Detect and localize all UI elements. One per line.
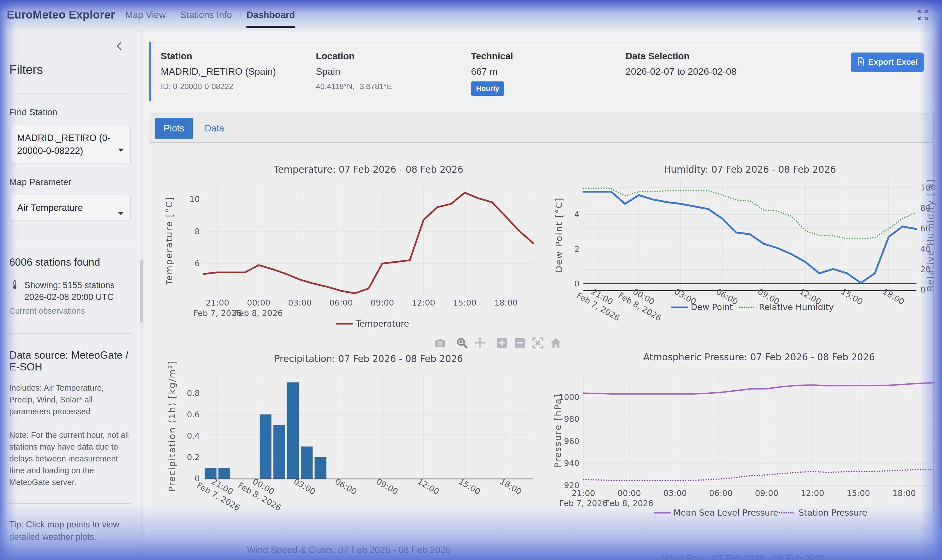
- station-label: Station: [161, 51, 276, 62]
- thermometer-icon: [9, 280, 20, 303]
- precipitation-chart[interactable]: 00.20.40.60.8Precipitation (1h) [kg/m²]2…: [158, 349, 540, 545]
- svg-text:15:00: 15:00: [846, 488, 870, 498]
- tip-text: Tip: Click map points to view detailed w…: [9, 518, 131, 543]
- fullscreen-icon[interactable]: [916, 8, 930, 22]
- map-parameter-select[interactable]: Air Temperature: [9, 195, 131, 221]
- station-column: Station MADRID,_RETIRO (Spain) ID: 0-200…: [161, 51, 276, 91]
- station-info-card: Station MADRID,_RETIRO (Spain) ID: 0-200…: [149, 42, 934, 101]
- data-selection-range: 2026-02-07 to 2026-02-08: [626, 66, 737, 77]
- svg-text:03:00: 03:00: [663, 488, 687, 498]
- svg-text:Temperature: 07 Feb 2026 - 08: Temperature: 07 Feb 2026 - 08 Feb 2026: [273, 164, 463, 175]
- divider: [9, 333, 131, 334]
- sidebar: Filters Find Station MADRID,_RETIRO (0-2…: [0, 29, 144, 560]
- svg-text:18:00: 18:00: [498, 477, 523, 497]
- technical-elevation: 667 m: [471, 66, 513, 77]
- zoom-in-icon[interactable]: [495, 337, 508, 349]
- svg-text:15:00: 15:00: [457, 477, 482, 497]
- svg-text:Mean Sea Level Pressure: Mean Sea Level Pressure: [673, 508, 779, 518]
- sidebar-scrollbar-thumb[interactable]: [140, 260, 143, 322]
- export-excel-button[interactable]: Export Excel: [851, 52, 924, 72]
- svg-text:0: 0: [574, 279, 580, 288]
- svg-text:Relative Humidity: Relative Humidity: [759, 302, 834, 312]
- data-source-note: Note: For the current hour, not all stat…: [9, 429, 131, 488]
- find-station-label: Find Station: [9, 107, 131, 117]
- showing-count: Showing: 5155 stations: [25, 280, 115, 291]
- divider: [9, 503, 131, 504]
- tab-data[interactable]: Data: [197, 118, 231, 139]
- pan-icon[interactable]: [473, 337, 486, 349]
- svg-text:960: 960: [564, 437, 580, 446]
- svg-text:Atmospheric Pressure: 07 Feb 2: Atmospheric Pressure: 07 Feb 2026 - 08 F…: [643, 352, 875, 363]
- top-navbar: EuroMeteo Explorer Map View Stations Inf…: [0, 0, 942, 29]
- station-select[interactable]: MADRID,_RETIRO (0-20000-0-08222): [9, 125, 131, 164]
- svg-text:06:00: 06:00: [333, 477, 358, 497]
- svg-text:Relative Humidity [%]: Relative Humidity [%]: [925, 178, 936, 291]
- svg-text:10: 10: [190, 194, 200, 204]
- location-column: Location Spain 40.4118°N, -3.6781°E: [316, 51, 392, 91]
- svg-text:Feb 8, 2026: Feb 8, 2026: [235, 308, 283, 318]
- main-nav: Map View Stations Info Dashboard: [125, 9, 295, 20]
- tab-strip: Plots Data: [149, 113, 934, 142]
- export-excel-label: Export Excel: [868, 58, 917, 67]
- svg-text:0.4: 0.4: [187, 431, 200, 441]
- zoom-icon[interactable]: [456, 337, 469, 349]
- svg-text:12:00: 12:00: [416, 477, 441, 497]
- charts-panel: 6810Temperature [°C]21:00Feb 7, 202600:0…: [149, 142, 934, 560]
- svg-text:2: 2: [574, 244, 580, 254]
- svg-text:8: 8: [195, 227, 200, 236]
- svg-text:Feb 8, 2026: Feb 8, 2026: [605, 498, 653, 508]
- svg-text:03:00: 03:00: [292, 477, 317, 497]
- location-coords: 40.4118°N, -3.6781°E: [316, 82, 392, 91]
- data-source-title: Data source: MeteoGate / E-SOH: [9, 349, 131, 373]
- svg-text:980: 980: [564, 414, 580, 424]
- nav-map-view[interactable]: Map View: [125, 9, 165, 20]
- svg-text:Temperature [°C]: Temperature [°C]: [164, 197, 174, 286]
- svg-text:0.6: 0.6: [187, 410, 200, 419]
- technical-column: Technical 667 m Hourly: [471, 51, 513, 96]
- station-id: ID: 0-20000-0-08222: [161, 82, 276, 91]
- tab-plots[interactable]: Plots: [155, 118, 193, 139]
- svg-text:15:00: 15:00: [453, 298, 476, 308]
- pressure-chart[interactable]: 9209409609801000Pressure [hPa]21:00Feb 7…: [550, 349, 937, 523]
- svg-text:Dew Point [°C]: Dew Point [°C]: [553, 197, 564, 273]
- app-title: EuroMeteo Explorer: [7, 8, 115, 21]
- svg-text:Feb 7, 2026: Feb 7, 2026: [193, 308, 241, 318]
- svg-text:940: 940: [564, 458, 580, 468]
- humidity-chart[interactable]: 024020406080100Dew Point [°C]Relative Hu…: [550, 155, 937, 341]
- showing-time: 2026-02-08 20:00 UTC: [25, 291, 115, 303]
- svg-text:06:00: 06:00: [329, 298, 353, 308]
- nav-dashboard[interactable]: Dashboard: [247, 9, 295, 20]
- wind-rose-chart-title: Wind Rose: 07 Feb 2026 - 08 Feb 2026: [550, 553, 937, 560]
- data-selection-column: Data Selection 2026-02-07 to 2026-02-08: [626, 51, 737, 77]
- excel-file-icon: [857, 57, 865, 68]
- stations-found-text: 6006 stations found: [9, 256, 131, 268]
- svg-text:0: 0: [920, 285, 925, 295]
- app-window: EuroMeteo Explorer Map View Stations Inf…: [0, 0, 942, 560]
- sidebar-collapse-icon[interactable]: [114, 40, 125, 53]
- nav-stations-info[interactable]: Stations Info: [180, 9, 232, 20]
- chevron-down-icon: [117, 206, 124, 219]
- svg-text:18:00: 18:00: [494, 298, 518, 308]
- temperature-chart[interactable]: 6810Temperature [°C]21:00Feb 7, 202600:0…: [158, 155, 540, 335]
- camera-icon[interactable]: [434, 337, 447, 349]
- svg-text:06:00: 06:00: [709, 488, 732, 498]
- svg-text:0.2: 0.2: [187, 452, 200, 462]
- svg-text:Feb 7, 2026: Feb 7, 2026: [559, 498, 607, 508]
- zoom-out-icon[interactable]: [513, 337, 526, 349]
- location-label: Location: [316, 51, 392, 62]
- svg-text:00:00: 00:00: [617, 488, 641, 498]
- svg-text:Dew Point: Dew Point: [691, 302, 733, 312]
- svg-text:09:00: 09:00: [755, 488, 779, 498]
- current-observations-caption: Current observations: [9, 306, 131, 316]
- location-value: Spain: [316, 66, 392, 77]
- svg-text:6: 6: [195, 258, 200, 268]
- svg-text:03:00: 03:00: [288, 298, 311, 308]
- sidebar-title: Filters: [9, 29, 131, 77]
- autoscale-icon[interactable]: [532, 337, 544, 349]
- svg-text:21:00: 21:00: [206, 298, 229, 308]
- technical-label: Technical: [471, 51, 513, 62]
- svg-text:18:00: 18:00: [893, 488, 916, 498]
- home-icon[interactable]: [549, 337, 562, 349]
- svg-text:21:00: 21:00: [572, 488, 595, 498]
- divider: [9, 242, 131, 242]
